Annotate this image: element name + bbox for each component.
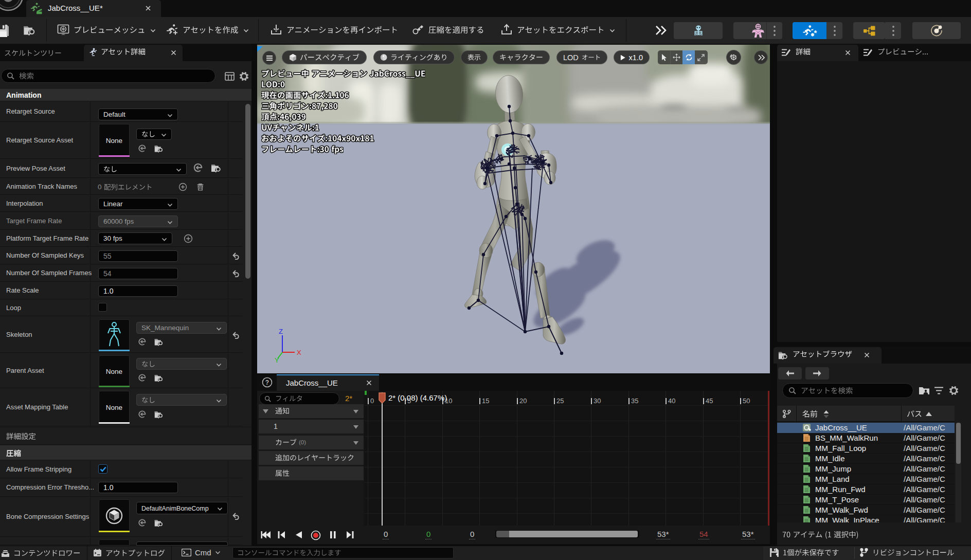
svg-text:X: X xyxy=(297,349,301,356)
svg-text:Z: Z xyxy=(279,328,283,335)
svg-text:?: ? xyxy=(265,379,269,386)
svg-text:Y: Y xyxy=(275,356,279,364)
